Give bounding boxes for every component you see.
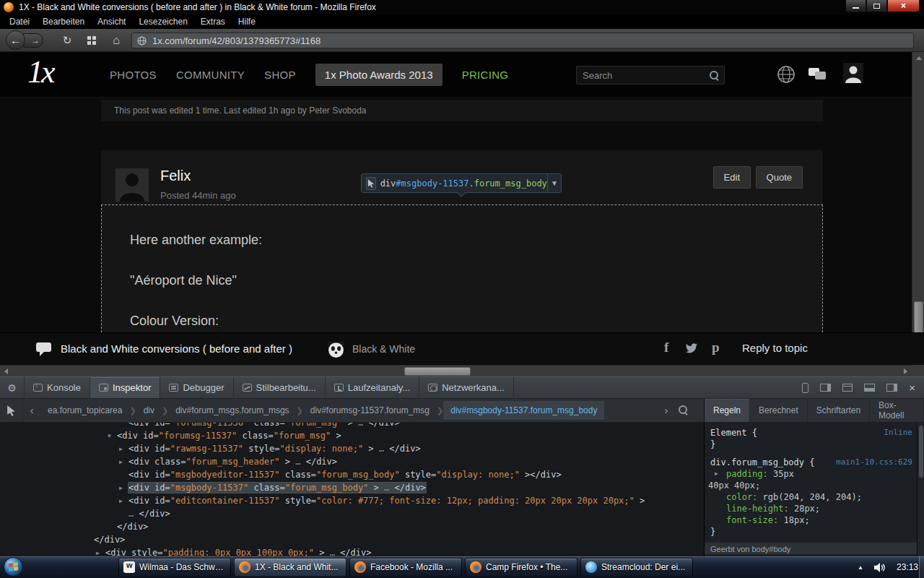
taskbar-button-streamcloud[interactable]: Streamcloud: Der ei...	[580, 558, 693, 577]
forum-name[interactable]: Black & White	[352, 343, 415, 355]
edit-button[interactable]: Edit	[713, 166, 751, 189]
rule-selector[interactable]: div.forum_msg_body {	[710, 457, 815, 468]
minimize-button[interactable]	[845, 0, 866, 12]
rules-scroll-thumb[interactable]	[919, 426, 923, 478]
rules-scrollbar[interactable]	[917, 423, 924, 556]
search-nodes-icon[interactable]	[679, 405, 688, 415]
forward-button[interactable]: →	[23, 33, 43, 48]
reply-to-topic-link[interactable]: Reply to topic	[742, 342, 808, 354]
taskbar-button-wilmaa[interactable]: Wilmaa - Das Schwe...	[118, 558, 231, 577]
menu-datei[interactable]: Datei	[3, 15, 36, 28]
horizontal-scroll-thumb[interactable]	[404, 367, 471, 376]
taskbar-button-1x[interactable]: 1X - Black and Whit...	[234, 558, 346, 577]
tab-inspektor[interactable]: Inspektor	[90, 377, 160, 398]
devtools-close-icon[interactable]: ×	[909, 382, 915, 393]
breadcrumb-scroll-left[interactable]: ‹	[25, 399, 39, 422]
markup-line[interactable]: ▼<div id="forumsg-11537" class="forum_ms…	[0, 429, 704, 442]
tab-groups-button[interactable]	[84, 33, 100, 48]
scroll-right-button[interactable]	[899, 366, 912, 377]
expand-arrow-icon[interactable]: ▶	[119, 456, 128, 469]
markup-line[interactable]: </div>	[0, 533, 704, 546]
markup-line[interactable]: ▶<div style="padding: 0px 0px 100px 0px;…	[0, 546, 704, 556]
home-button[interactable]: ⌂	[108, 33, 124, 48]
devtools-options-button[interactable]: ⚙	[0, 377, 25, 398]
markup-line[interactable]: … </div>	[0, 507, 704, 520]
breadcrumb-scroll-right[interactable]: ›	[659, 399, 674, 422]
breadcrumb-item-selected[interactable]: div#msgbody-11537.forum_msg_body	[443, 401, 604, 420]
refresh-button[interactable]: ↻	[59, 33, 75, 48]
tab-netzwerkanalyse[interactable]: Netzwerkana...	[419, 377, 514, 398]
expand-arrow-icon[interactable]: ▶	[96, 547, 105, 556]
maximize-button[interactable]	[866, 0, 887, 12]
taskbar-button-campfirefox[interactable]: Camp Firefox • The...	[465, 558, 578, 577]
search-input[interactable]	[583, 68, 705, 82]
expand-arrow-icon[interactable]: ▶	[119, 495, 128, 508]
expand-arrow-icon[interactable]: ▶	[119, 443, 128, 456]
language-globe-icon[interactable]	[777, 65, 796, 84]
css-declaration[interactable]: color: rgb(204, 204, 204);	[705, 491, 924, 503]
close-button[interactable]: ×	[887, 0, 920, 12]
site-search[interactable]	[576, 66, 725, 85]
url-bar[interactable]	[131, 33, 914, 48]
search-icon[interactable]	[710, 71, 719, 80]
scroll-left-button[interactable]	[0, 366, 12, 377]
css-declaration[interactable]: font-size: 18px;	[705, 514, 924, 526]
node-picker-button[interactable]	[0, 399, 23, 422]
markup-line[interactable]: ▶<div id="msgbody-11537" class="forum_ms…	[0, 481, 704, 494]
url-input[interactable]	[152, 34, 903, 47]
twitter-icon[interactable]	[684, 342, 699, 354]
start-button[interactable]	[4, 557, 23, 577]
nav-photo-awards[interactable]: 1x Photo Awards 2013	[315, 64, 443, 86]
nav-photos[interactable]: PHOTOS	[110, 69, 157, 81]
sidetab-berechnet[interactable]: Berechnet	[750, 399, 808, 422]
quote-button[interactable]: Quote	[756, 166, 803, 189]
tab-konsole[interactable]: Konsole	[25, 377, 90, 398]
volume-icon[interactable]	[874, 563, 886, 572]
markup-line[interactable]: </div>	[0, 520, 704, 533]
element-rule-source[interactable]: Inline	[884, 427, 912, 439]
dock-bottom-icon[interactable]	[864, 384, 875, 392]
sidetab-schriftarten[interactable]: Schriftarten	[808, 399, 870, 422]
taskbar-button-facebook[interactable]: Facebook - Mozilla ...	[349, 558, 462, 577]
site-logo[interactable]: 1x	[27, 53, 53, 90]
show-hidden-icons-button[interactable]: ▲	[858, 564, 863, 571]
back-button[interactable]: ←	[6, 30, 25, 50]
markup-line[interactable]: ▶<div id="rawmsg-11537" style="display: …	[0, 442, 704, 455]
nav-community[interactable]: COMMUNITY	[176, 69, 245, 81]
page-vertical-scrollbar[interactable]	[912, 52, 924, 365]
infobar-menu-button[interactable]: ▼	[547, 174, 561, 192]
profile-avatar[interactable]	[843, 63, 863, 83]
expand-arrow-icon[interactable]: ▶	[119, 482, 128, 495]
markup-line[interactable]: ▶<div class="forum_msg_header" > … </div…	[0, 455, 704, 468]
breadcrumb-item[interactable]: ea.forum_topicarea	[40, 401, 129, 420]
dock-side-icon[interactable]	[886, 384, 897, 392]
breadcrumb-item[interactable]: div	[136, 401, 162, 420]
breadcrumb-item[interactable]: div#forumsg-11537.forum_msg	[303, 401, 437, 420]
tab-laufzeitanalyse[interactable]: Laufzeitanaly...	[326, 377, 419, 398]
responsive-mode-icon[interactable]	[802, 383, 808, 393]
sidetab-regeln[interactable]: Regeln	[705, 399, 750, 422]
collapse-arrow-icon[interactable]: ▼	[108, 430, 117, 443]
tab-stilbearbeitung[interactable]: Stilbearbeitu...	[234, 377, 326, 398]
facebook-icon[interactable]: f	[664, 340, 668, 355]
tab-debugger[interactable]: Debugger	[160, 377, 233, 398]
expand-property-icon[interactable]: ▶	[715, 468, 718, 480]
scratchpad-icon[interactable]	[842, 384, 853, 392]
breadcrumb-item[interactable]: div#forum_msgs.forum_msgs	[168, 401, 296, 420]
topic-title[interactable]: Black and White conversions ( before and…	[61, 342, 292, 355]
menu-extras[interactable]: Extras	[194, 15, 232, 28]
markup-line[interactable]: <div id="msgbodyeditor-11537" class="for…	[0, 468, 704, 481]
sidetab-box-modell[interactable]: Box-Modell	[870, 399, 924, 422]
menu-hilfe[interactable]: Hilfe	[232, 15, 262, 28]
rule-source-link[interactable]: main1-10.css:629	[836, 457, 912, 468]
page-horizontal-scrollbar[interactable]	[0, 365, 912, 376]
menu-bearbeiten[interactable]: Bearbeiten	[36, 15, 91, 28]
pinterest-icon[interactable]: p	[712, 340, 720, 355]
scroll-up-button[interactable]	[912, 52, 924, 64]
menu-lesezeichen[interactable]: Lesezeichen	[132, 15, 193, 28]
nav-pricing[interactable]: PRICING	[462, 69, 509, 81]
nav-shop[interactable]: SHOP	[264, 69, 296, 81]
split-pane-icon[interactable]	[820, 384, 831, 392]
post-author[interactable]: Felix	[160, 168, 191, 184]
markup-line[interactable]: <div id="forumsg-11536" class="forum_msg…	[0, 423, 704, 429]
